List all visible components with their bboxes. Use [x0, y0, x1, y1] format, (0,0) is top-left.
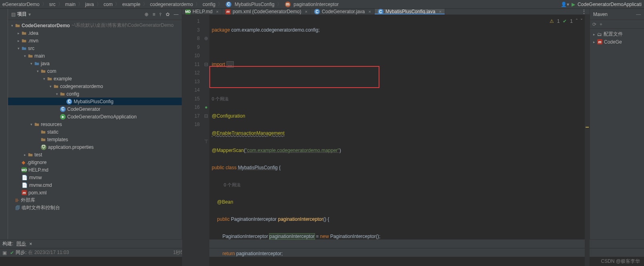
sync-time: 在 2023/2/17 11:03 — [28, 249, 69, 256]
build-label: 构建: — [2, 240, 13, 247]
tree-file-pom[interactable]: mpom.xml — [8, 189, 182, 196]
maven-panel: Maven— ⟳ + ▸🗂配置文件 ▸mCodeGe — [590, 9, 644, 239]
refresh-icon[interactable]: ⟳ — [592, 22, 596, 27]
tree-file-help[interactable]: MDHELP.md — [8, 166, 182, 174]
maven-project[interactable]: ▸mCodeGe — [592, 38, 642, 46]
method-icon: m — [285, 2, 291, 7]
plus-icon[interactable]: + — [600, 22, 602, 27]
class-icon: C — [314, 9, 320, 14]
tree-file-app[interactable]: ▸CodeGeneratorDemoApplication — [8, 113, 182, 120]
tab-mybatisconfig[interactable]: CMybatisPlusConfig.java× — [375, 9, 445, 14]
usage-hint[interactable]: 0 个用法 — [212, 95, 229, 104]
breadcrumb-item[interactable]: java — [85, 2, 94, 7]
maven-toolbar: ⟳ + — [590, 20, 644, 29]
tree-node-idea[interactable]: ▸.idea — [8, 29, 182, 37]
tree-node-test[interactable]: ▸test — [8, 151, 182, 158]
tree-node-mvn[interactable]: ▸.mvn — [8, 37, 182, 44]
tree-file-mvnwcmd[interactable]: 📄mvnw.cmd — [8, 181, 182, 189]
tree-extlib[interactable]: ⊪外部库 — [8, 196, 182, 204]
tree-node-main[interactable]: ▾main — [8, 52, 182, 60]
fold-gutter[interactable]: ⊕ ⊟ ●⊟ ⊤ — [203, 15, 209, 266]
collapse-icon[interactable]: ⫯ — [159, 12, 162, 17]
code-content[interactable]: package com.example.codegeneratordemo.co… — [209, 15, 585, 266]
maven-title[interactable]: Maven — [593, 12, 608, 17]
project-sidebar: ▤ 项目 ▾ ⊕ ≡ ⫯ ✿ — ▾CodeGeneratorDemo~\系统默… — [8, 9, 182, 239]
hide-icon[interactable]: — — [636, 12, 641, 17]
expand-icon[interactable]: ≡ — [152, 12, 155, 17]
breadcrumb-item[interactable]: config — [203, 2, 215, 7]
warning-icon: ⚠ — [550, 17, 554, 26]
tree-node-com[interactable]: ▾com — [8, 67, 182, 75]
breadcrumb-item[interactable]: com — [104, 2, 113, 7]
class-icon: C — [378, 9, 383, 14]
settings-icon[interactable]: ✿ — [166, 12, 170, 17]
markdown-icon: MD — [185, 9, 191, 14]
close-icon[interactable]: × — [369, 9, 371, 14]
tree-node-pkg[interactable]: ▾codegeneratordemo — [8, 82, 182, 90]
usage-hint[interactable]: 0 个用法 — [224, 181, 241, 190]
editor-tabs: MDHELP.md× mpom.xml (CodeGeneratorDemo)×… — [182, 9, 590, 15]
sync-label: 同步: — [16, 249, 26, 256]
line-gutter: 1389101112131415161718 — [182, 15, 203, 266]
close-icon[interactable]: × — [216, 9, 219, 14]
tree-node-src[interactable]: ▾src — [8, 44, 182, 52]
error-stripe[interactable] — [585, 15, 590, 266]
inspection-widget[interactable]: ⚠1 ✔1 ˆˇ — [550, 17, 582, 26]
close-icon[interactable]: × — [439, 9, 441, 14]
tab-overflow[interactable]: ⋮ — [578, 9, 590, 14]
breadcrumb-item[interactable]: src — [49, 2, 56, 7]
tab-pom[interactable]: mpom.xml (CodeGeneratorDemo)× — [222, 9, 311, 14]
tool-icon[interactable]: ▣ — [2, 250, 7, 256]
more-icon: ⋮ — [582, 9, 586, 14]
tree-node-static[interactable]: static — [8, 128, 182, 136]
breadcrumb-item[interactable]: example — [122, 2, 140, 7]
hide-icon[interactable]: — — [174, 12, 179, 17]
tree-node-templates[interactable]: templates — [8, 136, 182, 143]
project-tree[interactable]: ▾CodeGeneratorDemo~\系统默认\桌面\博客素材\CodeGen… — [8, 20, 182, 213]
breadcrumb-item[interactable]: paginationInterceptor — [294, 2, 339, 7]
tab-codegen[interactable]: CCodeGenerator.java× — [311, 9, 375, 14]
tree-root[interactable]: ▾CodeGeneratorDemo~\系统默认\桌面\博客素材\CodeGen… — [8, 22, 182, 29]
editor-area: MDHELP.md× mpom.xml (CodeGeneratorDemo)×… — [182, 9, 590, 239]
user-icon[interactable]: 👤▾ — [561, 2, 569, 7]
tree-scratch[interactable]: 🗐临时文件和控制台 — [8, 204, 182, 212]
tree-node-resources[interactable]: ▾resources — [8, 120, 182, 128]
tab-help[interactable]: MDHELP.md× — [182, 9, 222, 14]
chevron-down-icon[interactable]: ˇ — [581, 17, 582, 26]
run-icon[interactable]: ▶ — [572, 2, 575, 7]
close-icon[interactable]: × — [305, 9, 307, 14]
run-config-selector[interactable]: CodeGeneratorDemoApplicati — [578, 2, 642, 7]
breadcrumb-item[interactable]: codegeneratordemo — [150, 2, 193, 7]
sidebar-title[interactable]: 项目 — [17, 11, 27, 18]
ok-icon: ✔ — [563, 17, 567, 26]
maven-icon: m — [225, 9, 231, 14]
tree-file-appprops[interactable]: ⛉application.properties — [8, 143, 182, 151]
code-editor[interactable]: 1389101112131415161718 ⊕ ⊟ ●⊟ ⊤ package … — [182, 15, 590, 266]
maven-profiles[interactable]: ▸🗂配置文件 — [592, 30, 642, 38]
class-icon: C — [226, 2, 231, 7]
tree-node-config[interactable]: ▾config — [8, 90, 182, 98]
left-tool-strip — [0, 9, 8, 239]
tree-node-example[interactable]: ▾example — [8, 75, 182, 82]
dropdown-icon[interactable]: ▾ — [28, 12, 31, 17]
breadcrumb-item[interactable]: main — [65, 2, 76, 7]
project-view-icon: ▤ — [11, 12, 16, 17]
tree-file-codegenerator[interactable]: CCodeGenerator — [8, 105, 182, 113]
sync-tab[interactable]: 同步 — [16, 240, 26, 247]
check-icon: ✔ — [10, 250, 14, 256]
close-icon[interactable]: × — [29, 241, 32, 247]
tree-file-mvnw[interactable]: 📄mvnw — [8, 174, 182, 181]
tree-file-gitignore[interactable]: ◆.gitignore — [8, 158, 182, 166]
breadcrumb-item[interactable]: MybatisPlusConfig — [235, 2, 274, 7]
select-opened-icon[interactable]: ⊕ — [144, 12, 148, 17]
breadcrumb: eGeneratorDemo〉 src〉 main〉 java〉 com〉 ex… — [0, 0, 644, 9]
chevron-up-icon[interactable]: ˆ — [576, 17, 578, 26]
breadcrumb-item[interactable]: eGeneratorDemo — [2, 2, 40, 7]
tree-node-java[interactable]: ▾java — [8, 60, 182, 67]
tree-file-mybatisplusconfig[interactable]: CMybatisPlusConfig — [8, 98, 182, 105]
